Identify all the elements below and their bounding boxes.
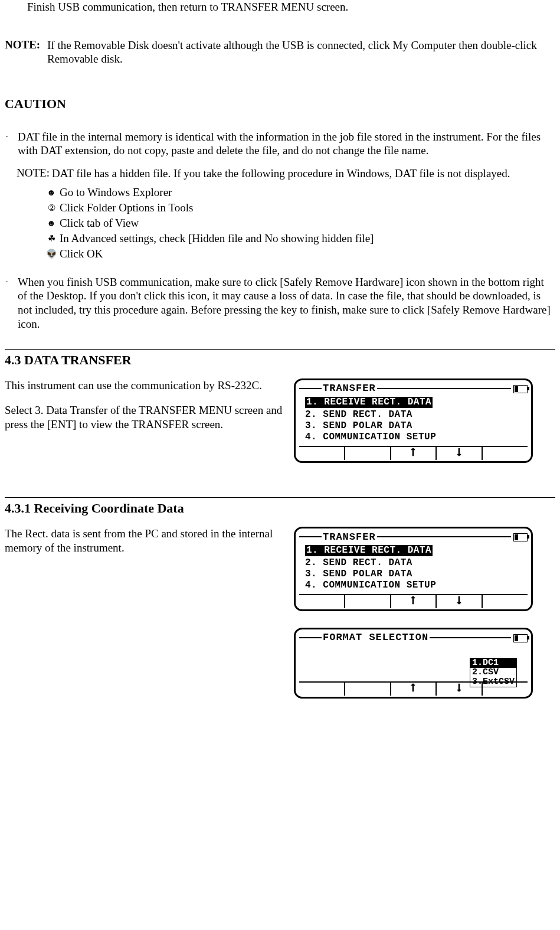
- format-option[interactable]: 1.DC1: [470, 658, 516, 668]
- section-4-3-para1: This instrument can use the communicatio…: [5, 378, 288, 393]
- section-4-3-1-heading: 4.3.1 Receiving Coordinate Data: [5, 500, 555, 517]
- battery-icon: [513, 533, 528, 541]
- procedure-step-text: Click Folder Options in Tools: [60, 201, 555, 215]
- section-4-3-para2: Select 3. Data Transfer of the TRANSFER …: [5, 403, 288, 432]
- softkey[interactable]: [483, 595, 528, 608]
- softkey-up[interactable]: 🠕: [391, 683, 437, 696]
- leaf-icon: ☘: [43, 231, 60, 246]
- lcd-title: TRANSFER: [322, 382, 377, 394]
- note-text: If the Removable Disk doesn't activate a…: [47, 38, 555, 67]
- softkey-down[interactable]: 🠗: [437, 595, 483, 608]
- lcd-title: TRANSFER: [322, 531, 377, 543]
- softkey-up[interactable]: 🠕: [391, 595, 437, 608]
- section-divider: [5, 349, 555, 350]
- finish-usb-line: Finish USB communication, then return to…: [27, 0, 555, 14]
- caution-subnote: NOTE: DAT file has a hidden file. If you…: [17, 166, 555, 181]
- softkey[interactable]: [345, 683, 391, 696]
- note-block: NOTE: If the Removable Disk doesn't acti…: [5, 38, 555, 66]
- softkey[interactable]: [299, 595, 345, 608]
- format-option[interactable]: 2.CSV: [470, 668, 516, 677]
- format-option[interactable]: 3.ExtCSV: [470, 677, 516, 687]
- softkey-up[interactable]: 🠕: [391, 447, 437, 460]
- procedure-step-text: Click tab of View: [60, 216, 555, 230]
- section-divider: [5, 497, 555, 498]
- lcd-menu-item[interactable]: 1. RECEIVE RECT. DATA: [305, 397, 433, 408]
- softkey[interactable]: [299, 447, 345, 460]
- procedure-list: ☻ Go to Windows Explorer ② Click Folder …: [43, 185, 555, 261]
- procedure-step: ② Click Folder Options in Tools: [43, 201, 555, 215]
- section-4-3-heading: 4.3 DATA TRANSFER: [5, 352, 555, 368]
- person-icon: ☻: [43, 216, 60, 230]
- softkey[interactable]: [299, 683, 345, 696]
- caution-item-text: When you finish USB communication, make …: [18, 275, 555, 331]
- lcd-title: FORMAT SELECTION: [322, 631, 430, 644]
- softkey-down[interactable]: 🠗: [437, 447, 483, 460]
- caution-heading: CAUTION: [5, 96, 555, 112]
- caution-item: · DAT file in the internal memory is ide…: [5, 130, 555, 158]
- lcd-transfer-screen: TRANSFER 1. RECEIVE RECT. DATA 2. SEND R…: [294, 527, 533, 611]
- alien-icon: 👽: [43, 247, 60, 261]
- procedure-step: ☻ Click tab of View: [43, 216, 555, 230]
- subnote-text: DAT file has a hidden file. If you take …: [52, 167, 555, 181]
- softkey[interactable]: [483, 447, 528, 460]
- battery-icon: [513, 385, 528, 393]
- lcd-menu-item[interactable]: 3. SEND POLAR DATA: [305, 569, 526, 580]
- note-label: NOTE:: [5, 38, 40, 51]
- procedure-step-text: In Advanced settings, check [Hidden file…: [60, 231, 555, 246]
- procedure-step: 👽 Click OK: [43, 247, 555, 261]
- lcd-menu-item[interactable]: 2. SEND RECT. DATA: [305, 409, 526, 420]
- procedure-step: ☘ In Advanced settings, check [Hidden fi…: [43, 231, 555, 246]
- lcd-menu-item[interactable]: 2. SEND RECT. DATA: [305, 557, 526, 569]
- lcd-menu-item[interactable]: 4. COMMUNICATION SETUP: [305, 432, 526, 443]
- circled-2-icon: ②: [43, 201, 60, 215]
- procedure-step-text: Click OK: [60, 247, 555, 261]
- softkey[interactable]: [345, 447, 391, 460]
- lcd-transfer-screen: TRANSFER 1. RECEIVE RECT. DATA 2. SEND R…: [294, 378, 533, 463]
- subnote-label: NOTE:: [17, 167, 50, 179]
- person-icon: ☻: [43, 185, 60, 200]
- section-4-3-1-para1: The Rect. data is sent from the PC and s…: [5, 527, 288, 555]
- procedure-step: ☻ Go to Windows Explorer: [43, 185, 555, 200]
- caution-item-text: DAT file in the internal memory is ident…: [18, 130, 555, 158]
- softkey[interactable]: [345, 595, 391, 608]
- format-option-box: 1.DC1 2.CSV 3.ExtCSV: [470, 658, 517, 687]
- lcd-format-selection-screen: FORMAT SELECTION 1.DC1 2.CSV 3.ExtCSV 🠕 …: [294, 628, 533, 699]
- lcd-menu-item[interactable]: 1. RECEIVE RECT. DATA: [305, 545, 433, 556]
- lcd-menu-item[interactable]: 4. COMMUNICATION SETUP: [305, 580, 526, 591]
- lcd-menu-item[interactable]: 3. SEND POLAR DATA: [305, 420, 526, 432]
- caution-item: · When you finish USB communication, mak…: [5, 275, 555, 331]
- procedure-step-text: Go to Windows Explorer: [60, 185, 555, 200]
- battery-icon: [513, 634, 528, 642]
